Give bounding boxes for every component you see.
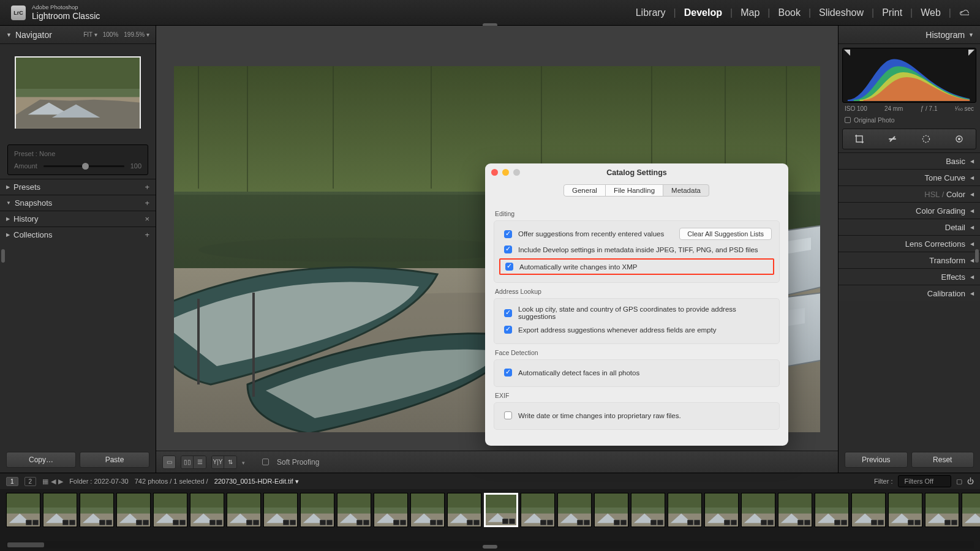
filmstrip-thumb[interactable] (43, 493, 77, 527)
tab-file-handling[interactable]: File Handling (605, 184, 663, 197)
filmstrip-thumb[interactable] (447, 493, 481, 527)
filmstrip-thumb[interactable] (815, 493, 849, 527)
before-after-tb-icon[interactable]: ☰ (194, 456, 206, 468)
filmstrip-thumb[interactable] (337, 493, 371, 527)
module-map[interactable]: Map (741, 7, 760, 18)
tab-general[interactable]: General (564, 184, 606, 197)
module-web[interactable]: Web (921, 7, 941, 18)
loupe-view-icon[interactable]: ▭ (163, 456, 175, 468)
zoom-fit[interactable]: FIT ▾ (83, 31, 97, 38)
plus-icon[interactable]: + (145, 182, 149, 192)
highlight-clip-icon[interactable] (968, 50, 974, 56)
checkbox-write-date-raw[interactable] (504, 411, 512, 419)
shadow-clip-icon[interactable] (844, 50, 850, 56)
panel-detail[interactable]: Detail◀ (839, 219, 980, 235)
snapshots-section[interactable]: ▼Snapshots+ (0, 195, 156, 211)
filmstrip-thumb[interactable] (80, 493, 114, 527)
module-library[interactable]: Library (636, 7, 666, 18)
compare-segment-2[interactable]: Y|Y ⇅ (211, 455, 237, 469)
filmstrip-thumb[interactable] (484, 493, 518, 527)
plus-icon[interactable]: + (145, 230, 149, 239)
filter-lock-icon[interactable]: ▢ (956, 478, 962, 485)
panel-effects[interactable]: Effects◀ (839, 268, 980, 285)
folder-path[interactable]: Folder : 2022-07-30 (69, 478, 129, 485)
checkbox-detect-faces[interactable] (504, 369, 512, 377)
filmstrip-thumb[interactable] (227, 493, 261, 527)
bottom-panel-handle[interactable] (483, 545, 497, 549)
filmstrip-thumb[interactable] (741, 493, 775, 527)
original-photo-checkbox[interactable] (845, 117, 851, 123)
module-book[interactable]: Book (778, 7, 800, 18)
module-slideshow[interactable]: Slideshow (819, 7, 864, 18)
checkbox-lookup-gps[interactable] (504, 309, 512, 317)
checkbox-offer-suggestions[interactable] (504, 230, 512, 238)
filmstrip-thumb[interactable] (668, 493, 702, 527)
filmstrip-thumb[interactable] (704, 493, 739, 527)
panel-hsl-color[interactable]: HSL / Color◀ (839, 186, 980, 202)
panel-basic[interactable]: Basic◀ (839, 152, 980, 169)
nav-fwd-icon[interactable]: ▶ (58, 478, 63, 485)
filmstrip-thumb[interactable] (778, 493, 812, 527)
checkbox-export-address[interactable] (504, 326, 512, 334)
module-print[interactable]: Print (882, 7, 902, 18)
swap-icon[interactable]: ⇅ (224, 456, 236, 468)
filmstrip-thumb[interactable] (190, 493, 224, 527)
histogram[interactable] (842, 48, 976, 103)
view-mode-segment[interactable]: ▭ (162, 455, 176, 469)
before-after-dropdown[interactable] (242, 458, 245, 467)
left-panel-handle[interactable] (1, 249, 5, 263)
healing-tool-icon[interactable] (887, 133, 898, 144)
filmstrip-thumb[interactable] (888, 493, 922, 527)
zoom-100[interactable]: 100% (103, 31, 119, 38)
crop-tool-icon[interactable] (854, 133, 865, 144)
current-filename[interactable]: 220730_0015-HDR-Edit.tif ▾ (214, 478, 299, 485)
mask-tool-icon[interactable] (921, 133, 932, 144)
filmstrip-thumb[interactable] (153, 493, 187, 527)
redeye-tool-icon[interactable] (954, 133, 965, 144)
filmstrip-thumb[interactable] (557, 493, 592, 527)
filmstrip-thumb[interactable] (263, 493, 298, 527)
navigator-preview[interactable] (15, 56, 141, 129)
close-icon[interactable]: × (145, 214, 149, 223)
copy-button[interactable]: Copy… (6, 452, 76, 468)
window-minimize-icon[interactable] (502, 169, 509, 176)
previous-button[interactable]: Previous (845, 452, 908, 468)
sync-cloud-icon[interactable] (959, 7, 969, 19)
soft-proofing-checkbox[interactable] (262, 459, 269, 465)
window-close-icon[interactable] (491, 169, 498, 176)
nav-back-icon[interactable]: ◀ (51, 478, 56, 485)
filmstrip-thumb[interactable] (594, 493, 628, 527)
tab-metadata[interactable]: Metadata (663, 184, 709, 197)
grid-icon[interactable]: ▦ (42, 478, 48, 485)
filmstrip-thumb[interactable] (300, 493, 334, 527)
navigator-header[interactable]: ▼ Navigator FIT ▾ 100% 199.5% ▾ (0, 26, 156, 44)
filmstrip-thumb[interactable] (962, 493, 980, 527)
panel-color-grading[interactable]: Color Grading◀ (839, 202, 980, 219)
paste-button[interactable]: Paste (80, 452, 149, 468)
filmstrip-thumb[interactable] (374, 493, 408, 527)
filmstrip-thumb[interactable] (851, 493, 886, 527)
yy-icon[interactable]: Y|Y (212, 456, 224, 468)
panel-transform[interactable]: Transform◀ (839, 252, 980, 268)
filmstrip-thumb[interactable] (631, 493, 665, 527)
checkbox-include-develop-settings[interactable] (504, 246, 512, 253)
zoom-custom[interactable]: 199.5% ▾ (124, 31, 149, 38)
filmstrip-thumb[interactable] (925, 493, 959, 527)
history-section[interactable]: ▶History× (0, 211, 156, 227)
reset-button[interactable]: Reset (911, 452, 974, 468)
filmstrip-thumb[interactable] (6, 493, 40, 527)
filmstrip-thumb[interactable] (521, 493, 555, 527)
panel-lens-corrections[interactable]: Lens Corrections◀ (839, 235, 980, 252)
monitor-1[interactable]: 1 (6, 477, 18, 486)
clear-suggestion-lists-button[interactable]: Clear All Suggestion Lists (679, 228, 772, 240)
filmstrip-thumb[interactable] (410, 493, 445, 527)
filmstrip-thumb[interactable] (116, 493, 151, 527)
filter-switch-icon[interactable]: ⏻ (967, 478, 974, 485)
collections-section[interactable]: ▶Collections+ (0, 227, 156, 242)
panel-tone-curve[interactable]: Tone Curve◀ (839, 169, 980, 186)
before-after-lr-icon[interactable]: ▯▯ (181, 456, 194, 468)
amount-slider[interactable] (43, 165, 124, 167)
histogram-header[interactable]: Histogram ▼ (839, 26, 980, 44)
panel-calibration[interactable]: Calibration◀ (839, 285, 980, 301)
right-panel-handle[interactable] (975, 249, 979, 263)
